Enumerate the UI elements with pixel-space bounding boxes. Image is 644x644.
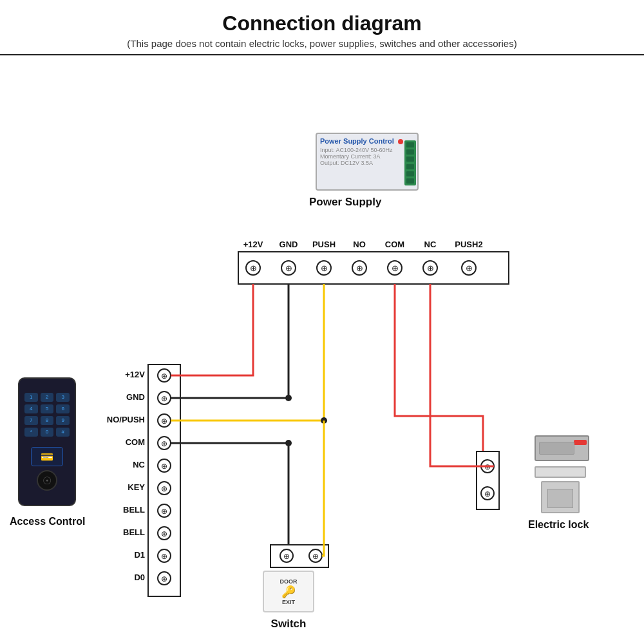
svg-point-53 <box>285 395 292 401</box>
svg-text:⊕: ⊕ <box>356 263 363 273</box>
svg-text:NO: NO <box>353 240 366 249</box>
svg-text:⊕: ⊕ <box>161 394 167 403</box>
svg-text:⊕: ⊕ <box>161 372 167 381</box>
diagram: +12V GND PUSH NO COM NC PUSH2 ⊕ ⊕ ⊕ <box>0 55 644 635</box>
svg-text:PUSH2: PUSH2 <box>455 240 482 249</box>
svg-point-27 <box>158 392 171 404</box>
electric-lock-visual <box>535 435 599 519</box>
svg-text:KEY: KEY <box>128 482 145 492</box>
svg-text:D0: D0 <box>134 573 145 582</box>
header: Connection diagram (This page does not c… <box>0 0 644 55</box>
svg-text:⊕: ⊕ <box>161 484 167 493</box>
svg-point-59 <box>309 549 322 562</box>
svg-point-14 <box>352 261 366 275</box>
svg-text:⊕: ⊕ <box>285 263 292 273</box>
svg-text:BELL: BELL <box>123 527 145 537</box>
svg-point-54 <box>321 417 327 424</box>
svg-point-57 <box>280 549 293 562</box>
svg-point-36 <box>158 459 171 472</box>
svg-text:⊕: ⊕ <box>427 263 434 273</box>
svg-text:⊕: ⊕ <box>484 462 491 471</box>
svg-point-18 <box>423 261 437 275</box>
svg-point-62 <box>481 460 494 473</box>
svg-text:COM: COM <box>126 437 145 447</box>
svg-point-55 <box>285 440 292 446</box>
page-title: Connection diagram <box>13 12 631 35</box>
svg-text:COM: COM <box>385 240 404 249</box>
svg-text:+12V: +12V <box>125 370 145 379</box>
svg-rect-61 <box>477 451 499 509</box>
svg-text:⊕: ⊕ <box>283 552 290 561</box>
svg-point-12 <box>317 261 331 275</box>
svg-point-24 <box>158 369 171 382</box>
svg-point-64 <box>481 487 494 500</box>
svg-text:⊕: ⊕ <box>321 263 328 273</box>
svg-text:GND: GND <box>279 240 298 249</box>
svg-text:⊕: ⊕ <box>161 417 167 426</box>
access-control-device: 1 2 3 4 5 6 7 8 9 * 0 # 💳 ☉ <box>18 377 76 506</box>
svg-text:⊕: ⊕ <box>466 263 473 273</box>
svg-text:D1: D1 <box>134 550 145 560</box>
svg-text:PUSH: PUSH <box>312 240 336 249</box>
svg-point-45 <box>158 527 171 540</box>
svg-text:⊕: ⊕ <box>161 529 167 538</box>
svg-text:⊕: ⊕ <box>312 552 319 561</box>
svg-point-30 <box>158 414 171 427</box>
svg-text:⊕: ⊕ <box>161 462 167 471</box>
power-supply-label: Power Supply <box>309 196 381 209</box>
svg-text:+12V: +12V <box>243 240 263 249</box>
svg-text:⊕: ⊕ <box>161 574 167 583</box>
svg-point-33 <box>158 437 171 450</box>
svg-rect-22 <box>148 365 180 596</box>
svg-point-20 <box>462 261 476 275</box>
switch-label: Switch <box>263 618 314 630</box>
svg-point-16 <box>388 261 402 275</box>
svg-rect-56 <box>270 545 328 567</box>
svg-point-42 <box>158 504 171 517</box>
page-subtitle: (This page does not contain electric loc… <box>13 38 631 49</box>
power-supply-box: Power Supply Control Input: AC100-240V 5… <box>316 133 419 191</box>
svg-point-48 <box>158 549 171 562</box>
switch-box: DOOR 🔑 EXIT <box>263 571 314 612</box>
svg-text:NC: NC <box>133 460 145 469</box>
svg-text:⊕: ⊕ <box>161 507 167 516</box>
svg-text:⊕: ⊕ <box>161 552 167 561</box>
svg-rect-0 <box>238 252 509 284</box>
svg-text:⊕: ⊕ <box>161 439 167 448</box>
page: Connection diagram (This page does not c… <box>0 0 644 644</box>
svg-text:GND: GND <box>126 392 145 402</box>
access-control-label: Access Control <box>10 516 85 527</box>
svg-text:NC: NC <box>424 240 437 249</box>
svg-point-10 <box>281 261 296 275</box>
svg-point-8 <box>246 261 260 275</box>
electric-lock-label: Electric lock <box>528 519 589 531</box>
svg-point-39 <box>158 482 171 495</box>
svg-point-51 <box>158 572 171 585</box>
svg-text:⊕: ⊕ <box>392 263 399 273</box>
svg-text:NO/PUSH: NO/PUSH <box>107 415 145 424</box>
svg-text:⊕: ⊕ <box>484 489 491 498</box>
svg-text:⊕: ⊕ <box>250 263 257 273</box>
svg-text:BELL: BELL <box>123 505 145 515</box>
